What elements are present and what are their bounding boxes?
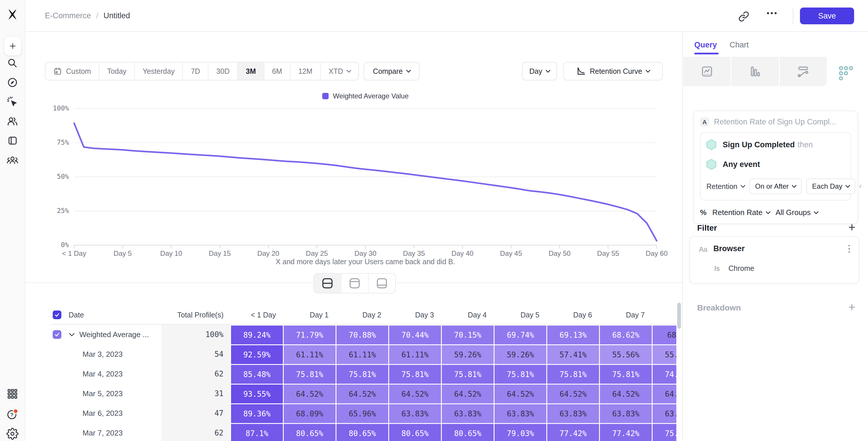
retention-cell[interactable]: 64.52%: [599, 384, 652, 403]
retention-cell[interactable]: 92.59%: [230, 344, 283, 364]
sidebar-panel-icon[interactable]: [7, 135, 18, 147]
retention-cell[interactable]: 70.15%: [441, 325, 494, 344]
mode-dropdown[interactable]: Retention: [707, 182, 745, 191]
retention-cell[interactable]: 63.83%: [388, 403, 441, 423]
range-button-6m[interactable]: 6M: [264, 63, 290, 80]
timing-dropdown[interactable]: On or After: [749, 179, 802, 194]
retention-cell[interactable]: 80.65%: [441, 423, 494, 441]
step-1-event[interactable]: Sign Up Completed: [723, 140, 795, 149]
compare-button[interactable]: Compare: [364, 62, 420, 81]
retention-cell[interactable]: 64.52%: [441, 384, 494, 403]
flow-icon[interactable]: [779, 57, 827, 86]
save-button[interactable]: Save: [800, 7, 854, 24]
row-checkbox[interactable]: [53, 330, 61, 339]
row-label[interactable]: Weighted Average ...: [79, 330, 149, 339]
tab-query[interactable]: Query: [694, 40, 717, 50]
settings-gear-icon[interactable]: [6, 428, 19, 440]
team-icon[interactable]: [6, 155, 19, 166]
retention-cell[interactable]: 89.36%: [230, 403, 283, 423]
retention-cell[interactable]: 61.11%: [336, 344, 388, 364]
retention-cell[interactable]: 80.65%: [388, 423, 441, 441]
retention-cell[interactable]: 63.83%: [599, 403, 652, 423]
retention-cell[interactable]: 87.1%: [230, 423, 283, 441]
chart-type-dropdown[interactable]: Retention Curve: [563, 62, 663, 81]
retention-cell[interactable]: 61.11%: [388, 344, 441, 364]
retention-cell[interactable]: 68.09%: [283, 403, 336, 423]
range-button-yesterday[interactable]: Yesterday: [134, 63, 182, 80]
help-icon[interactable]: ?: [6, 407, 19, 421]
table-only-view-toggle[interactable]: [368, 274, 395, 293]
retention-cell[interactable]: 70.44%: [388, 325, 441, 344]
step-2-event[interactable]: Any event: [723, 160, 760, 169]
retention-cell[interactable]: 89.24%: [230, 325, 283, 344]
retention-cell[interactable]: 80.65%: [283, 423, 336, 441]
retention-cell[interactable]: 59.26%: [494, 344, 546, 364]
granularity-dropdown[interactable]: Day: [522, 62, 557, 81]
retention-cell[interactable]: 69.74%: [494, 325, 546, 344]
retention-cell[interactable]: 63.83%: [494, 403, 546, 423]
retention-cell[interactable]: 63.83%: [441, 403, 494, 423]
retention-cell[interactable]: 77.42%: [546, 423, 599, 441]
more-options-button[interactable]: •••: [767, 9, 778, 18]
retention-cell[interactable]: 75.81%: [652, 423, 676, 441]
row-checkbox[interactable]: [53, 311, 61, 319]
apps-grid-icon[interactable]: [6, 388, 19, 400]
range-button-today[interactable]: Today: [99, 63, 134, 80]
compass-icon[interactable]: [7, 77, 18, 88]
filter-menu-icon[interactable]: ⋮: [844, 243, 854, 254]
search-icon[interactable]: [7, 57, 18, 69]
filter-operator[interactable]: Is: [714, 264, 720, 273]
retention-cell[interactable]: 59.26%: [441, 344, 494, 364]
retention-cell[interactable]: 64.52%: [388, 384, 441, 403]
retention-cell[interactable]: 75.81%: [336, 364, 388, 384]
step-row-1[interactable]: Sign Up Completedthen: [707, 139, 845, 150]
retention-cell[interactable]: 75.81%: [494, 364, 546, 384]
retention-grid-icon[interactable]: [838, 65, 855, 83]
range-button-30d[interactable]: 30D: [208, 63, 238, 80]
retention-cell[interactable]: 64.52%: [652, 384, 676, 403]
breadcrumb-current[interactable]: Untitled: [104, 11, 130, 20]
query-title-input[interactable]: Retention Rate of Sign Up Compl...: [714, 118, 836, 126]
retention-cell[interactable]: 75.81%: [599, 364, 652, 384]
chart-only-view-toggle[interactable]: [341, 274, 368, 293]
cursor-click-icon[interactable]: [7, 96, 18, 108]
retention-cell[interactable]: 85.48%: [230, 364, 283, 384]
retention-cell[interactable]: 55.56%: [652, 344, 676, 364]
expand-chevron-icon[interactable]: [69, 333, 75, 337]
new-analysis-button[interactable]: [4, 36, 22, 56]
retention-cell[interactable]: 64.52%: [283, 384, 336, 403]
funnel-bars-icon[interactable]: [731, 57, 778, 86]
range-button-3m[interactable]: 3M: [238, 63, 264, 80]
groups-dropdown[interactable]: All Groups: [776, 208, 818, 217]
tab-chart[interactable]: Chart: [730, 40, 749, 50]
step-row-2[interactable]: Any event: [707, 159, 845, 170]
users-icon[interactable]: [7, 116, 18, 127]
retention-cell[interactable]: 77.42%: [599, 423, 652, 441]
share-link-icon[interactable]: [738, 11, 749, 22]
filter-value[interactable]: Chrome: [728, 264, 754, 273]
retention-cell[interactable]: 75.81%: [283, 364, 336, 384]
retention-cell[interactable]: 57.41%: [546, 344, 599, 364]
add-breakdown-button[interactable]: +: [848, 301, 856, 314]
retention-cell[interactable]: 68.62%: [599, 325, 652, 344]
retention-cell[interactable]: 80.65%: [336, 423, 388, 441]
retention-cell[interactable]: 64.52%: [494, 384, 546, 403]
range-button-12m[interactable]: 12M: [290, 63, 320, 80]
retention-cell[interactable]: 75.81%: [441, 364, 494, 384]
table-scrollbar[interactable]: [677, 303, 681, 329]
split-view-toggle[interactable]: [314, 274, 341, 293]
retention-cell[interactable]: 70.88%: [336, 325, 388, 344]
retention-cell[interactable]: 75.81%: [388, 364, 441, 384]
retention-cell[interactable]: 65.96%: [336, 403, 388, 423]
retention-cell[interactable]: 79.03%: [494, 423, 546, 441]
interval-dropdown[interactable]: Each Day: [806, 179, 855, 194]
breadcrumb-parent[interactable]: E-Commerce: [45, 11, 91, 20]
retention-cell[interactable]: 55.56%: [599, 344, 652, 364]
retention-cell[interactable]: 63.83%: [546, 403, 599, 423]
retention-cell[interactable]: 64.52%: [336, 384, 388, 403]
retention-cell[interactable]: 93.55%: [230, 384, 283, 403]
filter-property[interactable]: Browser: [713, 244, 745, 253]
add-filter-button[interactable]: +: [848, 220, 856, 234]
range-button-xtd[interactable]: XTD: [320, 63, 359, 80]
retention-cell[interactable]: 64.52%: [546, 384, 599, 403]
